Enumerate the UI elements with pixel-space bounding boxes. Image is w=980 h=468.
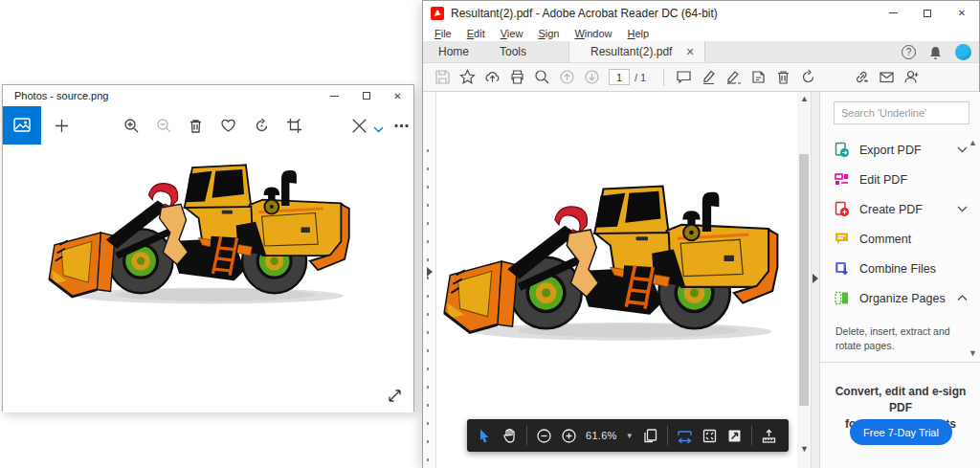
chevron-down-icon[interactable] bbox=[957, 146, 968, 153]
email-icon[interactable] bbox=[879, 69, 895, 85]
menu-help[interactable]: Help bbox=[622, 28, 656, 39]
delete-button[interactable] bbox=[188, 118, 204, 134]
crop-button[interactable] bbox=[286, 118, 302, 134]
fit-page-icon[interactable] bbox=[702, 428, 718, 444]
menu-window[interactable]: Window bbox=[568, 28, 617, 39]
highlight-icon[interactable] bbox=[701, 69, 717, 85]
page-number-input[interactable] bbox=[609, 69, 630, 85]
save-icon[interactable] bbox=[434, 69, 451, 85]
photo-view[interactable] bbox=[3, 145, 413, 412]
zoom-level-value[interactable]: 61.6% bbox=[586, 430, 617, 441]
fullscreen-icon[interactable] bbox=[726, 428, 743, 444]
tab-document[interactable]: Resultant(2).pdf ✕ bbox=[568, 41, 705, 62]
tab-tools[interactable]: Tools bbox=[484, 41, 542, 62]
close-icon: ✕ bbox=[958, 8, 966, 18]
close-button[interactable]: ✕ bbox=[382, 85, 413, 106]
organize-pages-icon bbox=[834, 290, 850, 306]
page-down-icon[interactable] bbox=[584, 69, 600, 85]
promo-line-1: Convert, edit and e-sign PDF bbox=[828, 384, 973, 416]
tool-comment[interactable]: Comment bbox=[834, 224, 975, 254]
panel-divider bbox=[820, 362, 980, 363]
photos-titlebar[interactable]: Photos - source.png ✕ bbox=[3, 85, 413, 106]
star-icon[interactable] bbox=[459, 69, 476, 85]
print-icon[interactable] bbox=[509, 69, 525, 85]
export-pdf-icon bbox=[834, 142, 850, 158]
zoom-in-button[interactable] bbox=[123, 118, 140, 134]
maximize-button[interactable] bbox=[350, 85, 382, 106]
add-button[interactable] bbox=[54, 118, 70, 134]
tools-search-input[interactable] bbox=[834, 101, 969, 124]
minimize-button[interactable] bbox=[319, 85, 350, 106]
tool-label: Organize Pages bbox=[859, 292, 946, 305]
zoom-dropdown-icon[interactable]: ▼ bbox=[626, 432, 634, 440]
tool-combine-files[interactable]: Combine Files bbox=[834, 254, 975, 283]
acrobat-titlebar[interactable]: Resultant(2).pdf - Adobe Acrobat Reader … bbox=[423, 1, 979, 25]
maximize-button[interactable] bbox=[910, 1, 945, 25]
edit-create-dropdown[interactable] bbox=[370, 122, 387, 138]
fullscreen-icon[interactable] bbox=[388, 389, 402, 403]
acrobat-window: Resultant(2).pdf - Adobe Acrobat Reader … bbox=[422, 0, 980, 468]
zoom-in-icon[interactable] bbox=[561, 428, 577, 444]
cloud-upload-icon[interactable] bbox=[484, 69, 501, 85]
hand-tool-icon[interactable] bbox=[501, 428, 518, 444]
tool-export-pdf[interactable]: Export PDF bbox=[834, 135, 975, 165]
minimize-icon bbox=[889, 12, 898, 13]
edit-create-button[interactable] bbox=[351, 118, 368, 134]
zoom-out-icon[interactable] bbox=[536, 428, 552, 444]
wheel-loader-image bbox=[45, 156, 367, 309]
tab-document-label: Resultant(2).pdf bbox=[590, 45, 672, 58]
minimize-button[interactable] bbox=[876, 1, 910, 25]
favorite-button[interactable] bbox=[220, 118, 236, 134]
sign-icon[interactable] bbox=[725, 69, 742, 85]
chevron-down-icon[interactable] bbox=[957, 206, 968, 212]
tab-bar: Home Tools Resultant(2).pdf ✕ ? bbox=[423, 41, 979, 63]
close-button[interactable]: ✕ bbox=[945, 1, 979, 25]
rotate-button[interactable] bbox=[254, 118, 270, 134]
help-icon[interactable]: ? bbox=[902, 45, 916, 59]
menu-edit[interactable]: Edit bbox=[461, 28, 491, 39]
photos-window-title: Photos - source.png bbox=[14, 90, 108, 101]
tool-create-pdf[interactable]: Create PDF bbox=[834, 194, 975, 224]
free-trial-button[interactable]: Free 7-Day Trial bbox=[850, 419, 952, 445]
chevron-up-icon[interactable] bbox=[957, 295, 968, 301]
share-link-icon[interactable] bbox=[854, 69, 870, 85]
select-cursor-icon[interactable] bbox=[477, 428, 493, 444]
comment-icon[interactable] bbox=[676, 69, 692, 85]
pdf-page[interactable] bbox=[436, 92, 797, 468]
more-button[interactable] bbox=[393, 118, 410, 134]
zoom-out-button[interactable] bbox=[156, 118, 172, 134]
menu-file[interactable]: File bbox=[429, 28, 457, 39]
vertical-scrollbar[interactable]: ▲ ▼ bbox=[797, 92, 811, 468]
tool-organize-pages[interactable]: Organize Pages bbox=[834, 283, 975, 313]
notifications-bell-icon[interactable] bbox=[928, 45, 943, 60]
tool-label: Edit PDF bbox=[859, 173, 907, 187]
page-count-label: / 1 bbox=[635, 72, 646, 83]
person-add-icon[interactable] bbox=[903, 69, 920, 85]
wheel-loader-image bbox=[440, 176, 796, 346]
see-all-photos-button[interactable] bbox=[3, 106, 41, 145]
refresh-icon[interactable] bbox=[800, 69, 816, 85]
left-panel-rail[interactable] bbox=[423, 92, 436, 468]
search-icon[interactable] bbox=[534, 69, 550, 85]
delete-icon[interactable] bbox=[775, 69, 791, 85]
account-avatar[interactable] bbox=[955, 44, 971, 60]
scroll-down-icon[interactable]: ▼ bbox=[800, 444, 809, 454]
maximize-icon bbox=[363, 92, 370, 100]
left-panel-toggle-icon[interactable] bbox=[427, 267, 433, 277]
stamp-icon[interactable] bbox=[750, 69, 767, 85]
tab-home[interactable]: Home bbox=[423, 41, 484, 62]
menu-sign[interactable]: Sign bbox=[532, 28, 565, 39]
tool-edit-pdf[interactable]: Edit PDF bbox=[834, 165, 975, 194]
scroll-up-icon[interactable]: ▲ bbox=[800, 94, 809, 103]
fit-width-icon[interactable] bbox=[677, 428, 693, 444]
menu-view[interactable]: View bbox=[495, 28, 529, 39]
page-up-icon[interactable] bbox=[559, 69, 575, 85]
toolbar-divider bbox=[526, 426, 527, 445]
acrobat-logo-icon bbox=[431, 7, 444, 20]
page-thumbnails-icon[interactable] bbox=[642, 428, 658, 444]
right-panel-toggle-icon[interactable] bbox=[813, 274, 818, 283]
measure-icon[interactable] bbox=[761, 428, 777, 444]
scrollbar-thumb[interactable] bbox=[799, 154, 809, 406]
panel-scroll-down-icon[interactable]: ▼ bbox=[969, 348, 977, 358]
tab-close-icon[interactable]: ✕ bbox=[685, 46, 694, 58]
